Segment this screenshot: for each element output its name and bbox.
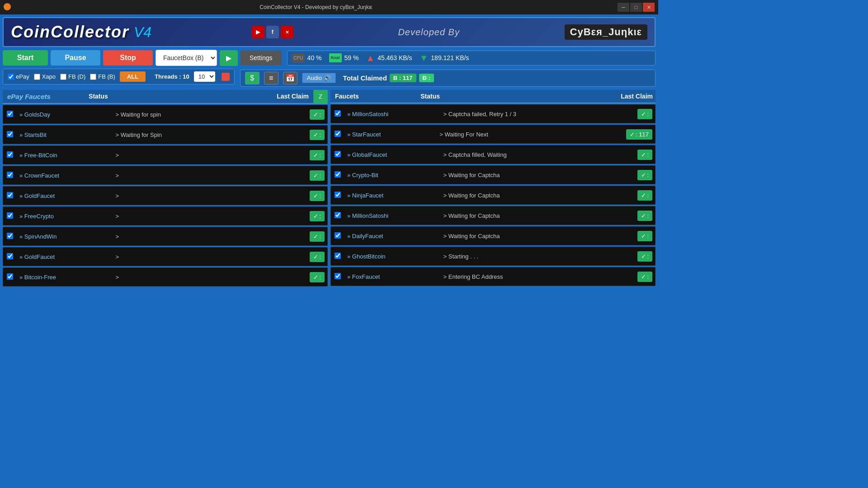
row-checkbox[interactable]: [7, 151, 13, 158]
row-checkbox[interactable]: [7, 192, 13, 198]
start-button[interactable]: Start: [3, 50, 48, 66]
faucet-action[interactable]: ✓ :: [307, 209, 327, 223]
row-checkbox-wrap[interactable]: [331, 131, 344, 138]
faucet-action[interactable]: ✓ :: [635, 229, 655, 243]
action-badge[interactable]: ✓ :: [310, 191, 325, 201]
fb-d-checkbox[interactable]: [60, 74, 66, 80]
action-badge[interactable]: ✓ :: [310, 150, 325, 160]
row-checkbox[interactable]: [7, 273, 13, 280]
fb-d-checkbox-label[interactable]: FB (D): [60, 73, 85, 80]
row-checkbox-wrap[interactable]: [331, 253, 344, 260]
action-badge[interactable]: ✓ : 117: [626, 129, 652, 140]
row-checkbox[interactable]: [7, 131, 13, 137]
row-checkbox-wrap[interactable]: [3, 151, 17, 159]
faucet-action[interactable]: ✓ :: [307, 148, 327, 162]
row-checkbox[interactable]: [335, 273, 341, 279]
row-checkbox-wrap[interactable]: [331, 212, 344, 220]
faucet-selector[interactable]: FaucetBox (B): [156, 50, 217, 66]
faucet-action[interactable]: ✓ : 117: [623, 127, 655, 141]
row-checkbox[interactable]: [7, 111, 13, 117]
row-checkbox[interactable]: [7, 172, 13, 178]
faucet-action[interactable]: ✓ :: [635, 209, 655, 223]
dollar-icon[interactable]: $: [245, 72, 259, 84]
faucet-action[interactable]: ✓ :: [307, 189, 327, 203]
row-checkbox[interactable]: [335, 131, 341, 137]
maximize-button[interactable]: □: [630, 3, 642, 12]
row-checkbox-wrap[interactable]: [331, 273, 344, 281]
faucet-action[interactable]: ✓ :: [307, 169, 327, 183]
fb-b-checkbox-label[interactable]: FB (B): [90, 73, 115, 80]
row-checkbox[interactable]: [7, 212, 13, 219]
action-badge[interactable]: ✓ :: [310, 211, 325, 221]
faucet-action[interactable]: ✓ :: [635, 168, 655, 182]
faucet-action[interactable]: ✓ :: [307, 128, 327, 142]
row-checkbox-wrap[interactable]: [3, 253, 17, 261]
action-badge[interactable]: ✓ :: [310, 252, 325, 262]
xapo-checkbox[interactable]: [34, 74, 40, 80]
row-checkbox[interactable]: [335, 192, 341, 198]
faucet-dropdown[interactable]: FaucetBox (B): [156, 50, 217, 66]
faucet-action[interactable]: ✓ :: [307, 108, 327, 122]
row-checkbox-wrap[interactable]: [3, 172, 17, 179]
row-checkbox-wrap[interactable]: [331, 151, 344, 159]
threads-select[interactable]: 10 5 15 20: [194, 71, 215, 82]
go-button[interactable]: ▶: [220, 50, 238, 66]
row-checkbox[interactable]: [335, 151, 341, 157]
action-badge[interactable]: ✓ :: [637, 109, 652, 119]
close-button[interactable]: ✕: [643, 3, 655, 12]
faucet-action[interactable]: ✓ :: [635, 148, 655, 162]
action-badge[interactable]: ✓ :: [637, 272, 652, 282]
epay-checkbox[interactable]: [8, 74, 14, 80]
all-button[interactable]: ALL: [120, 71, 146, 82]
action-badge[interactable]: ✓ :: [310, 170, 325, 181]
xapo-checkbox-label[interactable]: Xapo: [34, 73, 56, 80]
row-checkbox-wrap[interactable]: [331, 232, 344, 240]
row-checkbox-wrap[interactable]: [331, 110, 344, 118]
row-checkbox-wrap[interactable]: [3, 212, 17, 220]
action-badge[interactable]: ✓ :: [637, 231, 652, 241]
facebook-icon[interactable]: f: [266, 26, 279, 38]
calendar-icon[interactable]: 📅: [283, 72, 297, 84]
settings-button[interactable]: Settings: [241, 51, 282, 65]
stop-button[interactable]: Stop: [103, 50, 153, 66]
row-checkbox-wrap[interactable]: [3, 233, 17, 240]
faucet-action[interactable]: ✓ :: [307, 250, 327, 264]
action-badge[interactable]: ✓ :: [310, 109, 325, 120]
epay-checkbox-label[interactable]: ePay: [8, 73, 29, 80]
action-badge[interactable]: ✓ :: [310, 231, 325, 242]
row-checkbox[interactable]: [335, 171, 341, 178]
action-badge[interactable]: ✓ :: [310, 272, 325, 282]
row-checkbox-wrap[interactable]: [3, 111, 17, 118]
minimize-button[interactable]: ─: [618, 3, 629, 12]
action-badge[interactable]: ✓ :: [637, 190, 652, 201]
chart-icon[interactable]: ≡: [264, 72, 278, 84]
action-badge[interactable]: ✓ :: [637, 170, 652, 180]
row-checkbox-wrap[interactable]: [331, 192, 344, 199]
xb-icon[interactable]: ✕: [281, 26, 293, 38]
row-checkbox-wrap[interactable]: [331, 171, 344, 179]
faucet-action[interactable]: ✓ :: [635, 107, 655, 121]
faucet-action[interactable]: ✓ :: [635, 249, 655, 263]
fb-b-checkbox[interactable]: [90, 74, 96, 80]
row-checkbox[interactable]: [335, 212, 341, 218]
faucet-action[interactable]: ✓ :: [307, 230, 327, 244]
row-checkbox[interactable]: [7, 253, 13, 259]
row-checkbox[interactable]: [7, 233, 13, 239]
row-checkbox[interactable]: [335, 253, 341, 259]
row-checkbox[interactable]: [335, 232, 341, 239]
row-checkbox-wrap[interactable]: [3, 273, 17, 281]
pause-button[interactable]: Pause: [51, 50, 100, 66]
action-badge[interactable]: ✓ :: [637, 211, 652, 221]
faucet-action[interactable]: ✓ :: [635, 270, 655, 284]
row-checkbox-wrap[interactable]: [3, 192, 17, 200]
action-badge[interactable]: ✓ :: [637, 150, 652, 160]
action-badge[interactable]: ✓ :: [310, 130, 325, 140]
row-checkbox-wrap[interactable]: [3, 131, 17, 139]
action-badge[interactable]: ✓ :: [637, 251, 652, 262]
row-checkbox[interactable]: [335, 110, 341, 117]
window-title: CoinCollector V4 - Developed by суBεя_Ju…: [14, 4, 618, 10]
faucet-action[interactable]: ✓ :: [635, 188, 655, 202]
audio-button[interactable]: Audio 🔊: [302, 73, 336, 83]
faucet-action[interactable]: ✓ :: [307, 270, 327, 284]
youtube-icon[interactable]: ▶: [252, 26, 264, 38]
